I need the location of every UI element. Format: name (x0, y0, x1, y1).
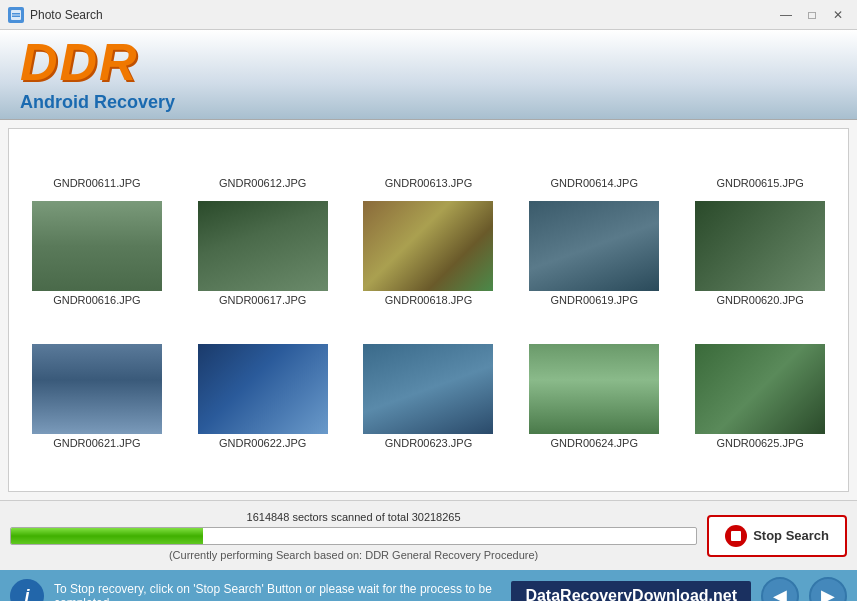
photo-thumbnail (363, 201, 493, 291)
progress-area: 1614848 sectors scanned of total 3021826… (0, 500, 857, 570)
list-item[interactable]: GNDR00619.JPG (511, 195, 677, 338)
window-title: Photo Search (30, 8, 775, 22)
photo-thumbnail (32, 201, 162, 291)
progress-box: 1614848 sectors scanned of total 3021826… (10, 511, 697, 561)
progress-bar-inner (11, 528, 203, 544)
photo-label: GNDR00623.JPG (385, 437, 472, 449)
list-item[interactable]: GNDR00613.JPG (346, 139, 512, 195)
list-item[interactable]: GNDR00620.JPG (677, 195, 843, 338)
photo-label: GNDR00613.JPG (385, 177, 472, 189)
forward-button[interactable]: ▶ (809, 577, 847, 601)
progress-sub-text: (Currently performing Search based on: D… (10, 549, 697, 561)
photo-label: GNDR00618.JPG (385, 294, 472, 306)
photo-thumbnail (695, 344, 825, 434)
photo-label: GNDR00615.JPG (716, 177, 803, 189)
logo-subtitle: Android Recovery (20, 92, 175, 113)
photo-label: GNDR00620.JPG (716, 294, 803, 306)
list-item[interactable]: GNDR00618.JPG (346, 195, 512, 338)
photo-label: GNDR00621.JPG (53, 437, 140, 449)
photo-thumbnail (32, 344, 162, 434)
photo-label: GNDR00612.JPG (219, 177, 306, 189)
photo-label: GNDR00614.JPG (551, 177, 638, 189)
list-item[interactable]: GNDR00624.JPG (511, 338, 677, 481)
photo-thumbnail (529, 201, 659, 291)
photo-label: GNDR00622.JPG (219, 437, 306, 449)
window-controls: — □ ✕ (775, 5, 849, 25)
photo-grid-wrapper: GNDR00611.JPG GNDR00612.JPG GNDR00613.JP… (8, 128, 849, 492)
list-item[interactable]: GNDR00612.JPG (180, 139, 346, 195)
photo-thumbnail (363, 344, 493, 434)
list-item[interactable]: GNDR00617.JPG (180, 195, 346, 338)
photo-thumbnail (695, 201, 825, 291)
footer-text: To Stop recovery, click on 'Stop Search'… (54, 582, 501, 601)
svg-rect-1 (12, 13, 20, 15)
photo-thumbnail (198, 201, 328, 291)
progress-bar-outer (10, 527, 697, 545)
photo-thumbnail (198, 344, 328, 434)
info-icon: i (10, 579, 44, 601)
title-bar: Photo Search — □ ✕ (0, 0, 857, 30)
list-item[interactable]: GNDR00611.JPG (14, 139, 180, 195)
photo-label: GNDR00611.JPG (53, 177, 140, 189)
close-button[interactable]: ✕ (827, 5, 849, 25)
back-button[interactable]: ◀ (761, 577, 799, 601)
list-item[interactable]: GNDR00615.JPG (677, 139, 843, 195)
maximize-button[interactable]: □ (801, 5, 823, 25)
svg-rect-0 (11, 10, 21, 20)
svg-rect-2 (12, 15, 20, 17)
photo-label: GNDR00617.JPG (219, 294, 306, 306)
footer-brand: DataRecoveryDownload.net (511, 581, 751, 601)
main-content: GNDR00611.JPG GNDR00612.JPG GNDR00613.JP… (0, 120, 857, 500)
footer: i To Stop recovery, click on 'Stop Searc… (0, 570, 857, 601)
logo-area: DDR Android Recovery (20, 36, 175, 113)
list-item[interactable]: GNDR00616.JPG (14, 195, 180, 338)
app-icon (8, 7, 24, 23)
photo-label: GNDR00616.JPG (53, 294, 140, 306)
photo-label: GNDR00619.JPG (551, 294, 638, 306)
minimize-button[interactable]: — (775, 5, 797, 25)
app-header: DDR Android Recovery (0, 30, 857, 120)
photo-grid: GNDR00611.JPG GNDR00612.JPG GNDR00613.JP… (9, 129, 848, 491)
stop-icon (725, 525, 747, 547)
photo-thumbnail (529, 344, 659, 434)
photo-label: GNDR00624.JPG (551, 437, 638, 449)
photo-label: GNDR00625.JPG (716, 437, 803, 449)
list-item[interactable]: GNDR00622.JPG (180, 338, 346, 481)
list-item[interactable]: GNDR00621.JPG (14, 338, 180, 481)
list-item[interactable]: GNDR00614.JPG (511, 139, 677, 195)
list-item[interactable]: GNDR00623.JPG (346, 338, 512, 481)
stop-search-button[interactable]: Stop Search (707, 515, 847, 557)
progress-text: 1614848 sectors scanned of total 3021826… (10, 511, 697, 523)
stop-button-label: Stop Search (753, 528, 829, 543)
list-item[interactable]: GNDR00625.JPG (677, 338, 843, 481)
logo-ddr: DDR (20, 36, 175, 88)
